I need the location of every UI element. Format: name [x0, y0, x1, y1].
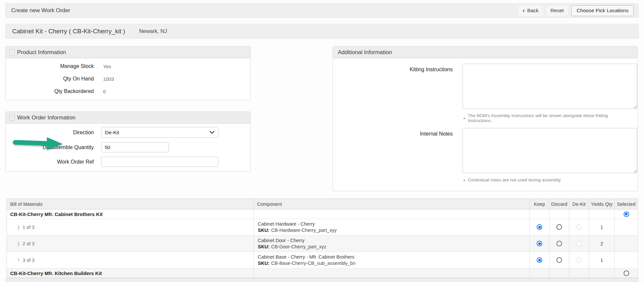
qty-on-hand-value: 1003 [103, 76, 114, 82]
sku-value: CB-Base-Cherry-CB_sub_assembly_bn [271, 261, 355, 266]
yields-qty-cell: 1 [589, 252, 615, 268]
keep-radio[interactable] [537, 241, 542, 246]
product-location: Newark, NJ [139, 28, 167, 34]
header-component: Component [254, 199, 530, 209]
internal-notes-row: Internal Notes [340, 128, 630, 174]
dekit-radio [576, 224, 582, 230]
yields-qty-cell: 1 [589, 219, 615, 235]
top-toolbar: Create new Work Order ‹ Back Reset Choos… [5, 3, 639, 18]
direction-pointer-arrow [12, 136, 65, 151]
back-button[interactable]: ‹ Back [518, 6, 543, 16]
bottom-toolbar-edge [5, 278, 639, 282]
additional-information-body: Kitting Instructions ▲ The BOM's Assembl… [333, 58, 637, 191]
reset-button-label: Reset [550, 8, 564, 14]
kitting-instructions-label: Kitting Instructions [340, 64, 453, 110]
direction-label: Direction [12, 130, 94, 136]
kit-name: CB-Kit-Cherry Mfr. Kitchen Builders Kit [7, 268, 254, 278]
header-selected: Selected [615, 199, 638, 209]
kitting-instructions-note: ▲ The BOM's Assembly Instructions will b… [463, 113, 630, 123]
component-row-3: └3 of 3 Cabinet Base - Cherry - Mfr. Cab… [7, 252, 638, 268]
work-order-ref-input[interactable] [101, 157, 218, 167]
note-triangle-icon: ▲ [463, 116, 466, 120]
selected-radio[interactable] [624, 270, 629, 276]
keep-radio[interactable] [537, 224, 542, 230]
product-title: Cabinet Kit - Cherry ( CB-Kit-Cherry_kit… [12, 28, 125, 35]
document-icon [10, 49, 14, 55]
header-keep: Keep [530, 199, 550, 209]
component-name: Cabinet Hardware - Cherry [258, 221, 525, 227]
component-position-cell: └3 of 3 [7, 252, 254, 268]
choose-pick-locations-button[interactable]: Choose Pick Locations [571, 5, 634, 16]
bill-of-materials-table: Bill of Materials Component Keep Discard… [7, 199, 638, 278]
internal-notes-label: Internal Notes [340, 128, 453, 174]
additional-information-title: Additional Information [338, 49, 392, 56]
manage-stock-value: Yes [103, 64, 111, 69]
kit-selected-cell [615, 209, 638, 219]
kitting-instructions-row: Kitting Instructions [340, 64, 630, 110]
internal-notes-textarea[interactable] [463, 128, 637, 173]
work-order-information-header: Work Order Information [6, 112, 250, 124]
additional-information-header: Additional Information [333, 47, 637, 58]
component-cell: Cabinet Hardware - Cherry SKU:CB-Hardwar… [254, 219, 530, 235]
component-sku-line: SKU:CB-Hardware-Cherry_part_xyy [258, 228, 525, 233]
component-sku-line: SKU:CB-Door-Cherry_part_xyz [258, 244, 525, 249]
direction-select-wrap: De-Kit [101, 127, 218, 138]
page-title: Create new Work Order [11, 7, 70, 14]
component-name: Cabinet Base - Cherry - Mfr. Cabinet Bro… [258, 254, 525, 260]
sku-label: SKU: [258, 228, 269, 233]
header-discard: Discard [550, 199, 569, 209]
sku-value: CB-Hardware-Cherry_part_xyy [271, 228, 336, 233]
discard-radio[interactable] [556, 224, 562, 230]
toolbar-actions: ‹ Back Reset Choose Pick Locations [518, 5, 634, 16]
discard-radio[interactable] [556, 241, 562, 246]
tree-branch-icon: ├ [17, 225, 20, 230]
product-information-panel: Product Information Manage Stock Yes Qty… [5, 46, 251, 100]
discard-radio[interactable] [556, 257, 562, 263]
yields-qty-cell: 2 [589, 235, 615, 252]
internal-notes-note-text: Contextual notes are not used during ass… [468, 177, 562, 182]
kitting-instructions-note-text: The BOM's Assembly Instructions will be … [468, 113, 630, 123]
qty-backordered-row: Qty Backordered 0 [12, 87, 244, 95]
note-triangle-icon: ▲ [463, 178, 466, 182]
header-yields-qty: Yields Qty [589, 199, 615, 209]
selected-radio[interactable] [624, 211, 629, 217]
choose-pick-locations-label: Choose Pick Locations [577, 8, 629, 13]
internal-notes-control [463, 128, 637, 174]
component-position: 1 of 3 [23, 225, 35, 230]
sku-label: SKU: [258, 261, 269, 266]
bom-header-row: Bill of Materials Component Keep Discard… [7, 199, 638, 209]
product-header-bar: Cabinet Kit - Cherry ( CB-Kit-Cherry_kit… [5, 24, 639, 39]
product-information-header: Product Information [6, 47, 250, 58]
kit-selected-cell [615, 268, 638, 278]
product-information-title: Product Information [17, 49, 66, 56]
back-button-label: Back [527, 8, 538, 14]
work-order-information-panel: Work Order Information Direction De-Kit [5, 111, 251, 172]
header-dekit: De-Kit [569, 199, 589, 209]
reset-button[interactable]: Reset [546, 6, 568, 16]
keep-radio[interactable] [537, 257, 542, 263]
work-order-information-body: Direction De-Kit Disassemble Quantity Wo… [6, 124, 250, 172]
disassemble-quantity-input[interactable] [101, 142, 169, 152]
work-order-ref-label: Work Order Ref [12, 159, 94, 165]
direction-select[interactable]: De-Kit [101, 127, 218, 138]
bom-table-head: Bill of Materials Component Keep Discard… [7, 199, 638, 209]
sku-label: SKU: [258, 244, 269, 249]
component-position: 3 of 3 [23, 258, 35, 263]
tree-end-icon: └ [17, 258, 20, 263]
work-order-information-title: Work Order Information [17, 114, 75, 121]
kitting-instructions-control [463, 64, 637, 110]
component-cell: Cabinet Base - Cherry - Mfr. Cabinet Bro… [254, 252, 530, 268]
qty-backordered-label: Qty Backordered [12, 88, 94, 94]
work-order-ref-row: Work Order Ref [12, 157, 244, 167]
dekit-radio [576, 241, 582, 246]
component-position-cell: ├2 of 3 [7, 235, 254, 252]
component-position: 2 of 3 [23, 241, 35, 246]
qty-backordered-value: 0 [103, 89, 106, 94]
qty-on-hand-label: Qty On Hand [12, 76, 94, 82]
kitting-instructions-textarea[interactable] [463, 64, 637, 109]
component-position-cell: ├1 of 3 [7, 219, 254, 235]
sku-value: CB-Door-Cherry_part_xyz [271, 244, 326, 249]
dekit-radio [576, 257, 582, 263]
qty-on-hand-row: Qty On Hand 1003 [12, 75, 244, 83]
create-work-order-page: Create new Work Order ‹ Back Reset Choos… [0, 0, 644, 282]
